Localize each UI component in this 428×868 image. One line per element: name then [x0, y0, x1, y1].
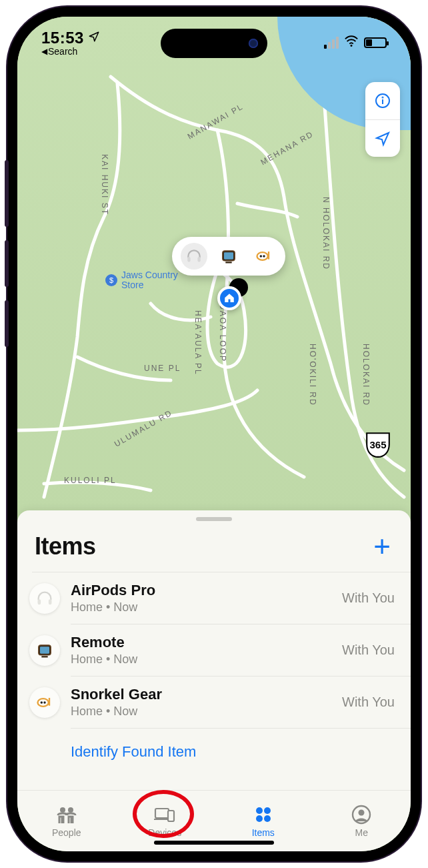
- wifi-icon: [344, 34, 359, 51]
- item-title: Snorkel Gear: [71, 686, 331, 703]
- svg-point-17: [38, 699, 49, 707]
- snorkel-icon: [29, 687, 60, 718]
- svg-point-10: [259, 255, 262, 258]
- cellular-icon: [324, 37, 339, 49]
- map-view[interactable]: KAI HUKI ST MANAWAI PL MEHANA RD N HOLOK…: [17, 17, 411, 518]
- svg-point-18: [41, 701, 43, 704]
- identify-label: Identify Found Item: [71, 743, 196, 760]
- item-status: With You: [342, 642, 395, 658]
- svg-point-19: [43, 701, 46, 704]
- map-info-button[interactable]: [365, 82, 400, 119]
- svg-rect-12: [38, 599, 41, 604]
- svg-rect-16: [41, 656, 47, 657]
- svg-point-27: [264, 815, 271, 822]
- route-number: 365: [369, 439, 386, 450]
- item-title: Remote: [71, 634, 331, 651]
- tab-label: People: [52, 827, 81, 838]
- road-label: HOLOKAI RD: [361, 344, 371, 406]
- svg-rect-22: [155, 809, 169, 818]
- svg-point-0: [351, 45, 353, 47]
- identify-found-item-button[interactable]: Identify Found Item: [17, 729, 411, 775]
- tab-label: Me: [355, 827, 368, 838]
- item-subtitle: Home • Now: [71, 600, 331, 614]
- svg-point-21: [68, 807, 73, 813]
- list-item[interactable]: Snorkel Gear Home • Now With You: [17, 677, 411, 728]
- svg-rect-13: [49, 599, 52, 604]
- svg-point-24: [256, 807, 263, 814]
- svg-rect-5: [197, 257, 200, 262]
- items-sheet[interactable]: Items + AirPods Pro Home • Now With You: [17, 510, 411, 791]
- svg-point-29: [359, 809, 365, 815]
- road-label: UAOA LOOP: [218, 304, 227, 362]
- item-subtitle: Home • Now: [71, 705, 331, 719]
- map-item-cluster[interactable]: [172, 237, 285, 276]
- route-shield: 365: [364, 430, 392, 458]
- tv-icon: [29, 635, 60, 666]
- svg-point-9: [257, 252, 267, 260]
- breadcrumb-back[interactable]: ◀ Search: [41, 46, 77, 57]
- road-label: N HOLOKAI RD: [321, 197, 331, 270]
- cluster-snorkel-icon: [251, 243, 277, 270]
- location-services-icon: [88, 31, 100, 45]
- svg-rect-15: [40, 646, 49, 654]
- svg-point-20: [60, 807, 65, 813]
- items-list: AirPods Pro Home • Now With You Remote H…: [17, 572, 411, 791]
- poi-shop-icon: $: [105, 274, 117, 286]
- headphones-icon: [29, 583, 60, 614]
- item-subtitle: Home • Now: [71, 653, 331, 667]
- battery-icon: [364, 37, 387, 48]
- road-label: HEA'AULA PL: [193, 310, 203, 376]
- svg-rect-7: [224, 252, 233, 260]
- road-label: KULOLI PL: [64, 476, 117, 485]
- svg-point-25: [264, 807, 271, 814]
- cluster-tv-icon: [215, 243, 242, 270]
- map-controls: [365, 82, 400, 157]
- map-locate-button[interactable]: [365, 119, 400, 157]
- dynamic-island: [161, 29, 267, 58]
- map-poi[interactable]: $ Jaws Country Store: [105, 270, 178, 291]
- list-item[interactable]: Remote Home • Now With You: [17, 624, 411, 676]
- back-caret-icon: ◀: [41, 47, 47, 56]
- item-status: With You: [342, 695, 395, 710]
- road-label: HO'OKILI RD: [308, 344, 317, 406]
- home-pin[interactable]: [217, 286, 241, 310]
- cluster-headphones-icon: [181, 243, 207, 270]
- road-label: UNE PL: [144, 364, 181, 373]
- svg-point-11: [263, 255, 265, 258]
- tab-people[interactable]: People: [17, 791, 116, 851]
- sheet-title: Items: [35, 532, 96, 560]
- svg-rect-4: [187, 257, 190, 262]
- tab-me[interactable]: Me: [313, 791, 411, 851]
- tab-label: Devices: [148, 827, 181, 838]
- breadcrumb-label: Search: [48, 46, 77, 57]
- poi-label: Jaws Country Store: [121, 270, 178, 291]
- road-label: KAI HUKI ST: [100, 154, 109, 215]
- item-title: AirPods Pro: [71, 582, 331, 599]
- home-indicator[interactable]: [154, 841, 274, 845]
- list-item[interactable]: AirPods Pro Home • Now With You: [17, 572, 411, 624]
- svg-point-26: [256, 815, 263, 822]
- status-time: 15:53: [41, 29, 84, 47]
- add-item-button[interactable]: +: [371, 532, 393, 561]
- svg-rect-23: [168, 811, 174, 821]
- svg-point-3: [383, 97, 383, 98]
- tab-label: Items: [252, 827, 275, 838]
- svg-rect-8: [225, 262, 231, 263]
- sheet-grabber[interactable]: [196, 517, 232, 521]
- item-status: With You: [342, 590, 395, 606]
